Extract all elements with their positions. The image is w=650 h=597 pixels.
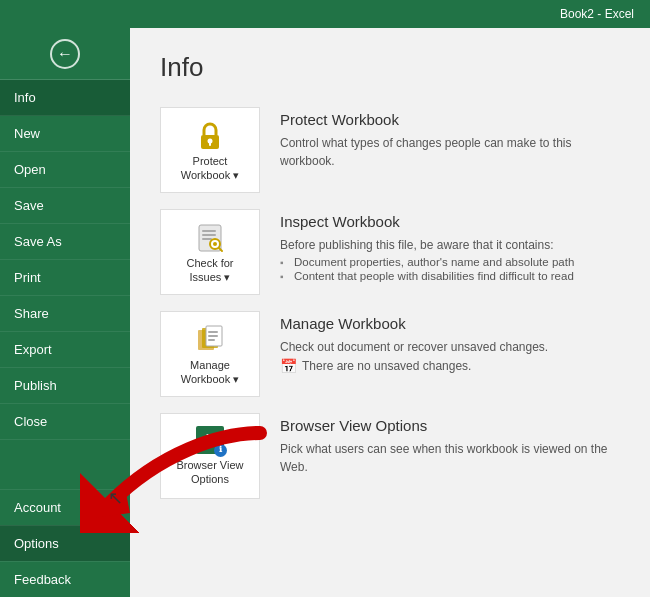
sidebar-item-open[interactable]: Open (0, 152, 130, 188)
title-bar-text: Book2 - Excel (560, 7, 634, 21)
protect-workbook-row: ProtectWorkbook ▾ Protect Workbook Contr… (160, 107, 620, 193)
manage-workbook-label: ManageWorkbook ▾ (181, 358, 239, 387)
app-layout: ← Info New Open Save Save As Print Share… (0, 28, 650, 597)
protect-workbook-description: Control what types of changes people can… (280, 134, 620, 170)
browser-view-options-description: Pick what users can see when this workbo… (280, 440, 620, 476)
sidebar-item-publish[interactable]: Publish (0, 368, 130, 404)
check-for-issues-button[interactable]: Check forIssues ▾ (160, 209, 260, 295)
back-circle-icon: ← (50, 39, 80, 69)
page-title: Info (160, 52, 620, 83)
sidebar-item-share[interactable]: Share (0, 296, 130, 332)
svg-rect-4 (202, 230, 216, 232)
inspect-bullet-2: Content that people with disabilities fi… (280, 270, 620, 282)
sidebar-item-info[interactable]: Info (0, 80, 130, 116)
inspect-workbook-heading: Inspect Workbook (280, 213, 620, 230)
info-badge-icon: ℹ (214, 444, 227, 457)
protect-workbook-label: ProtectWorkbook ▾ (181, 154, 239, 183)
protect-workbook-button[interactable]: ProtectWorkbook ▾ (160, 107, 260, 193)
main-content: Info ProtectWorkbook ▾ Protect Workbook … (130, 28, 650, 597)
manage-workbook-row: ManageWorkbook ▾ Manage Workbook Check o… (160, 311, 620, 397)
sidebar-item-account[interactable]: Account (0, 489, 130, 525)
svg-rect-5 (202, 234, 216, 236)
inspect-workbook-text: Inspect Workbook Before publishing this … (280, 209, 620, 284)
title-bar: Book2 - Excel (0, 0, 650, 28)
svg-rect-6 (202, 238, 212, 240)
sidebar-item-new[interactable]: New (0, 116, 130, 152)
inspect-workbook-row: Check forIssues ▾ Inspect Workbook Befor… (160, 209, 620, 295)
sidebar-item-feedback[interactable]: Feedback (0, 561, 130, 597)
manage-workbook-text: Manage Workbook Check out document or re… (280, 311, 620, 374)
calendar-icon: 📅 (280, 358, 297, 374)
manage-workbook-heading: Manage Workbook (280, 315, 620, 332)
protect-workbook-text: Protect Workbook Control what types of c… (280, 107, 620, 172)
sidebar-item-export[interactable]: Export (0, 332, 130, 368)
browser-view-icon-wrapper: X ℹ (196, 426, 224, 454)
protect-workbook-heading: Protect Workbook (280, 111, 620, 128)
sidebar-item-close[interactable]: Close (0, 404, 130, 440)
browser-view-options-label: Browser ViewOptions (176, 458, 243, 487)
lock-icon (192, 118, 228, 154)
browser-view-options-text: Browser View Options Pick what users can… (280, 413, 620, 478)
browser-view-options-button[interactable]: X ℹ Browser ViewOptions (160, 413, 260, 499)
svg-rect-2 (209, 142, 211, 146)
sidebar-item-options[interactable]: Options (0, 525, 130, 561)
excel-icon: X ℹ (196, 426, 224, 454)
inspect-bullet-1: Document properties, author's name and a… (280, 256, 620, 268)
manage-workbook-description: Check out document or recover unsaved ch… (280, 338, 620, 356)
inspect-workbook-bullets: Document properties, author's name and a… (280, 256, 620, 282)
svg-point-8 (213, 242, 217, 246)
sidebar: ← Info New Open Save Save As Print Share… (0, 28, 130, 597)
no-unsaved-changes: 📅 There are no unsaved changes. (280, 358, 620, 374)
inspect-workbook-description: Before publishing this file, be aware th… (280, 236, 620, 254)
inspect-icon (192, 220, 228, 256)
manage-workbook-button[interactable]: ManageWorkbook ▾ (160, 311, 260, 397)
sidebar-item-save-as[interactable]: Save As (0, 224, 130, 260)
sidebar-item-save[interactable]: Save (0, 188, 130, 224)
manage-icon (192, 322, 228, 358)
back-arrow-icon: ← (57, 45, 73, 63)
check-for-issues-label: Check forIssues ▾ (186, 256, 233, 285)
back-button[interactable]: ← (0, 28, 130, 80)
sidebar-spacer (0, 440, 130, 489)
svg-rect-13 (208, 331, 218, 333)
svg-rect-15 (208, 339, 215, 341)
browser-view-options-heading: Browser View Options (280, 417, 620, 434)
sidebar-item-print[interactable]: Print (0, 260, 130, 296)
svg-rect-14 (208, 335, 218, 337)
browser-view-options-row: X ℹ Browser ViewOptions Browser View Opt… (160, 413, 620, 499)
